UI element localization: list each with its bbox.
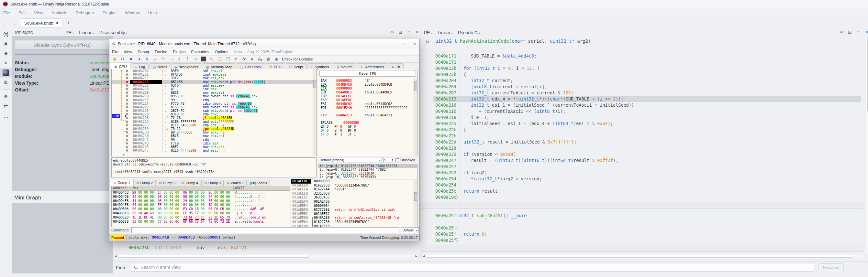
register-row[interactable]: EDI0001E240"????????????????????? <box>321 106 407 110</box>
dbg-menu-tracing[interactable]: Tracing <box>155 50 168 54</box>
code-line-address[interactable]: 0040a22d <box>435 139 456 145</box>
breakpoint-gutter[interactable] <box>112 149 130 152</box>
v-scrollbar[interactable] <box>313 69 316 156</box>
tags-icon[interactable]: ◈ <box>0 48 12 58</box>
breakpoint-gutter[interactable] <box>112 134 130 138</box>
debugger-bug-icon[interactable]: ⚙ <box>0 77 12 87</box>
breakpoint-gutter[interactable] <box>112 109 130 112</box>
asm-row[interactable]: 0040A21E.99cdq <box>112 98 316 102</box>
dbg-menu-debug[interactable]: Debug <box>137 50 149 54</box>
types-icon[interactable]: {τ} <box>0 29 12 39</box>
back-arrow-icon[interactable]: ← <box>0 21 9 26</box>
disable-sync-button[interactable]: Disable Sync (Alt+Shift+S) <box>15 40 110 50</box>
more-icon[interactable]: … <box>0 111 12 120</box>
dump-row[interactable]: 004DD53865 00 00 00 77 65 6C 6C 6F 66 73… <box>112 220 290 224</box>
stack-row[interactable]: 001AEEF8 6C7C7598return to mfc42.public:… <box>291 208 417 212</box>
code-line[interactable]: int32_t sub_40a25f() __pure <box>456 213 527 219</box>
view-selector-linear[interactable]: Linear▾ <box>79 30 94 35</box>
code-line-address[interactable]: 0040a204 <box>435 84 456 90</box>
breakpoint-gutter[interactable] <box>112 87 130 91</box>
dump-tab-dump-4[interactable]: ▤Dump 4 <box>179 180 201 186</box>
instruction-dot-icon[interactable] <box>126 95 128 97</box>
instruction-dot-icon[interactable] <box>126 110 128 112</box>
register-row[interactable]: ECX00000000 <box>321 86 365 90</box>
link-sync-icon[interactable]: ∞ <box>839 29 844 35</box>
patch-icon[interactable]: ✎ <box>209 57 214 61</box>
stack-pane[interactable]: 001AEEDC 00000000001AEEE0 01622738"SOUL0… <box>291 179 417 234</box>
code-line-address[interactable]: 0040a218 <box>435 114 456 120</box>
command-preset-select[interactable]: Default▾ <box>401 227 419 233</box>
view-selector-pe[interactable]: PE▾ <box>65 30 74 35</box>
code-line-address[interactable]: 0040a247 <box>435 164 456 170</box>
command-input[interactable] <box>131 227 399 233</box>
run-to-icon[interactable]: ⇢ <box>168 57 174 61</box>
code-line-address[interactable]: 0040a22b <box>435 65 456 71</box>
close-pane-icon[interactable]: × <box>864 29 868 35</box>
x32dbg-titlebar[interactable]: ⚙ Souls.exe - PID: 6640 - Module: souls.… <box>110 39 420 48</box>
calculator-icon[interactable]: ▦ <box>266 57 271 61</box>
asm-row[interactable]: 0040A22B.^7C CBjl souls.40A1F8 <box>112 116 316 119</box>
restart-icon[interactable]: ↺ <box>120 57 125 61</box>
unlocked-checkbox[interactable] <box>396 159 399 162</box>
breakpoint-gutter[interactable] <box>112 80 130 84</box>
asm-row[interactable]: 0040A247.81E6 FFFF0000and esi,FFFF <box>112 149 316 152</box>
instruction-dot-icon[interactable] <box>126 135 128 137</box>
bn-menu-view[interactable]: View <box>34 10 43 15</box>
pause-icon[interactable]: ‖ <box>144 57 150 61</box>
code-line[interactable]: if (version < 0xce4) <box>463 151 516 158</box>
check-updates-label[interactable]: Check for Updates <box>282 57 313 61</box>
code-line[interactable]: int32_t currentToAscii = current & 127; <box>471 90 574 96</box>
code-line-address[interactable]: 0040a1f1 <box>435 53 456 59</box>
code-line[interactable]: int32_t esi_1 = (initialSeed ^ (currentT… <box>471 102 634 108</box>
scroll-left-icon[interactable]: ◀ <box>114 254 118 258</box>
code-line-address[interactable]: 0040a22b <box>435 133 456 139</box>
asm-row[interactable]: 0040A245.8BF2mov esi,edx <box>112 145 316 149</box>
bn-menu-analysis[interactable]: Analysis <box>52 10 67 15</box>
font-icon[interactable]: A₂ <box>258 57 263 61</box>
code-line[interactable]: i += 1; <box>471 114 489 120</box>
code-line-address[interactable]: 0040a216 <box>435 102 456 108</box>
argument-row[interactable]: 2: [esp+8] 01622744 01622744 "7891" <box>318 168 417 171</box>
calling-convention-select[interactable]: Default (stdcall)▾ <box>318 157 382 163</box>
close-pane-icon[interactable]: × <box>414 29 420 35</box>
hash-icon[interactable]: # <box>250 57 255 61</box>
pane-menu-icon[interactable]: ≡ <box>406 29 411 35</box>
code-line-address[interactable]: 0040a239 <box>435 151 456 158</box>
dump-tab-dump-2[interactable]: ▤Dump 2 <box>133 180 156 186</box>
xrefs-icon[interactable]: # <box>0 39 12 48</box>
v-scrollbar[interactable] <box>413 179 417 234</box>
bn-menu-help[interactable]: Help <box>148 10 157 15</box>
memory-map-icon[interactable]: ⌖ <box>0 58 12 68</box>
breakpoint-gutter[interactable] <box>112 94 130 98</box>
scylla-icon[interactable]: S <box>201 57 206 61</box>
eip-breakpoint-dot[interactable] <box>126 81 128 83</box>
stack-row[interactable]: 001AEEE0 01622738"SOUL001234567891" <box>291 183 417 188</box>
pane-divider[interactable] <box>420 29 421 261</box>
h-scrollbar[interactable]: ◀ <box>422 254 864 258</box>
instruction-dot-icon[interactable] <box>126 88 128 90</box>
view-selector-pseudo-c[interactable]: Pseudo C▾ <box>458 30 480 35</box>
breakpoint-gutter[interactable] <box>112 102 130 105</box>
code-line-address[interactable]: 0040a25f <box>435 237 456 243</box>
dbg-menu-favourites[interactable]: Favourites <box>191 50 209 54</box>
asm-row[interactable]: 0040A21F.F77D F8idiv dword ptr ss:[ebp-8… <box>112 102 316 105</box>
instruction-dot-icon[interactable] <box>126 139 128 141</box>
code-line-address[interactable]: 0040a252 <box>435 170 456 176</box>
code-line-address[interactable]: 0040a22b <box>435 127 456 133</box>
dbg-menu-help[interactable]: Help <box>234 50 242 54</box>
asm-row[interactable]: 0040A22D.81E6 FFFFFF7Fand esi,7FFFFFFF <box>112 120 316 124</box>
register-row[interactable]: ESI0044DC02souls.0044DC02 <box>321 102 392 106</box>
instruction-dot-icon[interactable] <box>126 102 128 105</box>
file-tab[interactable]: Souls.exe.bndb <box>20 19 62 28</box>
asm-row[interactable]: 0040A233.81FF E40C0000cmp edi,CE4 <box>112 124 316 127</box>
code-line-address[interactable]: 0040a204 <box>435 77 456 84</box>
breakpoint-gutter[interactable] <box>112 145 130 149</box>
h-scrollbar[interactable]: ◀ ▶ <box>113 254 419 258</box>
code-line[interactable]: for (int32_t i = 0; i < 12; ) <box>463 65 540 71</box>
argument-row[interactable]: 4: [esp+10] 36353433 36353433 <box>318 175 417 179</box>
breakpoint-gutter[interactable] <box>112 127 130 131</box>
split-pane-icon[interactable]: ⊟ <box>847 29 852 35</box>
run-to-user-icon[interactable]: ⇥ <box>193 57 198 61</box>
asm-row[interactable]: 0040A216.03F0add esi,eax <box>112 84 316 87</box>
x32dbg-window[interactable]: ⚙ Souls.exe - PID: 6640 - Module: souls.… <box>109 39 420 241</box>
